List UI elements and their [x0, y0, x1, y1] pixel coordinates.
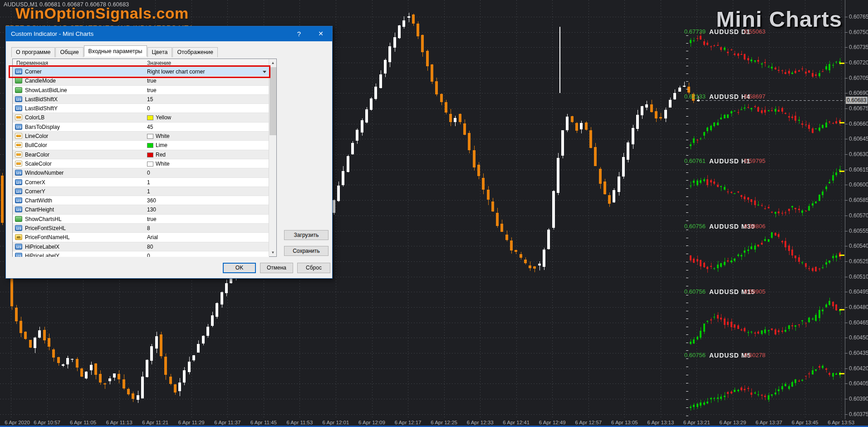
price-axis-label: 0.60480: [849, 304, 868, 310]
reset-button[interactable]: Сброс: [297, 263, 330, 273]
param-row-BullColor[interactable]: BullColorLime: [13, 141, 269, 150]
scrollbar-thumb[interactable]: [270, 67, 276, 135]
mini-chart-mini-h4-high-price: 0.62133: [684, 93, 706, 100]
mini-chart-mini-d1-high-price: 0.67739: [684, 28, 706, 35]
close-icon[interactable]: ✕: [313, 26, 329, 41]
param-row-LineColor[interactable]: LineColorWhite: [13, 132, 269, 141]
param-name: Corner: [25, 69, 42, 75]
time-axis[interactable]: 6 Apr 20206 Apr 10:576 Apr 11:056 Apr 11…: [0, 419, 868, 426]
param-name: CornerY: [25, 188, 45, 195]
param-value[interactable]: 1: [147, 179, 261, 186]
param-row-BarsToDisplay[interactable]: 123BarsToDisplay45: [13, 123, 269, 132]
param-value[interactable]: Lime: [147, 142, 261, 148]
param-value[interactable]: 80: [147, 244, 261, 250]
load-button[interactable]: Загрузить: [284, 230, 329, 240]
time-axis-label: 6 Apr 11:05: [70, 420, 96, 425]
numeric-parameter-icon: 123: [15, 96, 22, 102]
price-axis-label: 0.60615: [849, 167, 868, 173]
param-value[interactable]: 0: [147, 253, 261, 257]
param-row-HiPriceLabelX[interactable]: 123HiPriceLabelX80: [13, 242, 269, 251]
tab-цвета[interactable]: Цвета: [147, 47, 172, 57]
param-value[interactable]: true: [147, 87, 261, 93]
ok-button[interactable]: OK: [223, 263, 256, 273]
param-value[interactable]: 0: [147, 105, 261, 112]
param-value[interactable]: White: [147, 133, 261, 139]
price-axis-label: 0.60675: [849, 105, 868, 112]
color-swatch: [147, 162, 153, 167]
param-row-PriceFontNameHL[interactable]: abPriceFontNameHLArial: [13, 233, 269, 242]
param-name: BearColor: [25, 152, 49, 158]
numeric-parameter-icon: 123: [15, 225, 22, 231]
time-axis-label: 6 Apr 11:21: [142, 420, 168, 425]
param-row-LastBidShiftX[interactable]: 123LastBidShiftX15: [13, 95, 269, 104]
tab-общие[interactable]: Общие: [55, 47, 83, 57]
param-row-HiPriceLabelY[interactable]: 123HiPriceLabelY0: [13, 251, 269, 257]
price-axis-label: 0.60585: [849, 197, 868, 203]
param-row-PriceFontSizeHL[interactable]: 123PriceFontSizeHL8: [13, 224, 269, 233]
param-row-BearColor[interactable]: BearColorRed: [13, 150, 269, 159]
price-axis[interactable]: 0.60683 0.607650.607500.607350.607200.60…: [845, 0, 868, 419]
price-axis-label: 0.60600: [849, 182, 868, 188]
param-value[interactable]: Right lower chart corner: [147, 69, 261, 75]
chevron-down-icon[interactable]: [263, 71, 266, 73]
param-value[interactable]: Yellow: [147, 114, 261, 121]
param-value[interactable]: White: [147, 161, 261, 167]
cancel-button[interactable]: Отмена: [260, 263, 293, 273]
param-row-ShowLastBidLine[interactable]: ShowLastBidLinetrue: [13, 86, 269, 95]
param-name: LastBidShiftY: [25, 105, 58, 112]
parameters-table: Переменная Значение 123CornerRight lower…: [12, 59, 277, 257]
param-row-ScaleColor[interactable]: ScaleColorWhite: [13, 159, 269, 168]
time-axis-label: 6 Apr 12:09: [358, 420, 385, 425]
param-name: BullColor: [25, 142, 47, 148]
param-row-CandleMode[interactable]: CandleModetrue: [13, 76, 269, 85]
param-row-ChartHeight[interactable]: 123ChartHeight130: [13, 205, 269, 214]
param-value[interactable]: 15: [147, 96, 261, 103]
numeric-parameter-icon: 123: [15, 69, 22, 74]
param-name: CandleMode: [25, 78, 56, 84]
price-axis-label: 0.60375: [849, 411, 868, 417]
param-row-LastBidShiftY[interactable]: 123LastBidShiftY0: [13, 104, 269, 113]
mini-chart-mini-m30-low-price: 0.59806: [744, 223, 765, 230]
numeric-parameter-icon: 123: [15, 253, 22, 257]
param-row-Corner[interactable]: 123CornerRight lower chart corner: [13, 67, 269, 76]
price-axis-label: 0.60630: [849, 151, 868, 157]
param-value[interactable]: 130: [147, 206, 261, 213]
time-axis-label: 6 Apr 13:05: [611, 420, 638, 425]
param-row-ChartWidth[interactable]: 123ChartWidth360: [13, 196, 269, 205]
mini-chart-mini-m5-high-price: 0.60756: [684, 352, 706, 358]
mini-chart-mini-m30-high-price: 0.60756: [684, 223, 706, 230]
table-scrollbar[interactable]: ▲ ▼: [269, 59, 276, 256]
param-row-ColorLB[interactable]: ColorLBYellow: [13, 113, 269, 122]
numeric-parameter-icon: 123: [15, 179, 22, 185]
param-value[interactable]: Red: [147, 152, 261, 158]
numeric-parameter-icon: 123: [15, 244, 22, 250]
time-axis-label: 6 Apr 13:13: [647, 420, 674, 425]
param-value[interactable]: true: [147, 216, 261, 222]
param-value[interactable]: 45: [147, 124, 261, 130]
price-axis-label: 0.60465: [849, 319, 868, 326]
param-value[interactable]: Arial: [147, 234, 261, 240]
param-value[interactable]: 0: [147, 170, 261, 176]
scroll-down-icon[interactable]: ▼: [269, 249, 277, 256]
price-axis-label: 0.60765: [849, 14, 868, 20]
param-value[interactable]: 1: [147, 188, 261, 195]
price-axis-label: 0.60435: [849, 350, 868, 356]
tab-отображение[interactable]: Отображение: [172, 47, 217, 57]
param-value[interactable]: 8: [147, 225, 261, 231]
param-row-ShowChartsHL[interactable]: ShowChartsHLtrue: [13, 215, 269, 224]
dialog-titlebar[interactable]: Custom Indicator - Mini Charts ? ✕: [6, 26, 332, 41]
param-row-CornerX[interactable]: 123CornerX1: [13, 178, 269, 187]
param-row-WindowNumber[interactable]: 123WindowNumber0: [13, 168, 269, 177]
param-row-CornerY[interactable]: 123CornerY1: [13, 187, 269, 196]
price-axis-label: 0.60510: [849, 274, 868, 280]
scroll-up-icon[interactable]: ▲: [269, 59, 277, 67]
save-button[interactable]: Сохранить: [284, 246, 329, 256]
param-value[interactable]: 360: [147, 197, 261, 204]
tab-входные-параметры[interactable]: Входные параметры: [84, 45, 147, 57]
mini-chart-mini-h1-low-price: 0.59795: [744, 157, 765, 164]
mini-chart-mini-m5-low-price: 0.60278: [744, 352, 765, 358]
tab-о-программе[interactable]: О программе: [11, 47, 55, 57]
boolean-parameter-icon: [15, 216, 22, 222]
param-value[interactable]: true: [147, 78, 261, 84]
help-button[interactable]: ?: [291, 26, 307, 41]
